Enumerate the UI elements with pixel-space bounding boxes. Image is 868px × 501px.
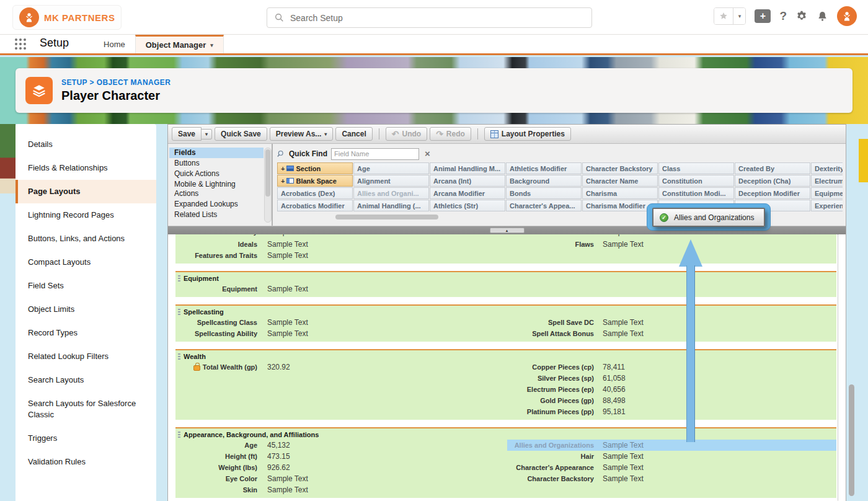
save-dropdown-button[interactable]: ▾ [202,129,212,140]
field-row-equipment[interactable]: EquipmentSample Text [178,283,507,295]
layout-section[interactable]: PersonalitySample TextIdealsSample TextF… [175,234,836,264]
field-row-total-wealth-gp[interactable]: Total Wealth (gp)320.92 [178,361,507,373]
cancel-button[interactable]: Cancel [335,127,372,141]
palette-field-animal-handling-m[interactable]: Animal Handling M... [430,162,505,174]
page-scrollbar-thumb[interactable] [849,384,854,496]
palette-category-buttons[interactable]: Buttons [169,158,264,169]
search-setup-input[interactable] [290,13,584,23]
field-row-age[interactable]: Age45,132 [178,440,507,451]
palette-field-arcana-int[interactable]: Arcana (Int) [430,175,505,187]
field-grid-horizontal-scrollbar[interactable] [335,215,438,219]
field-row-weight-lbs[interactable]: Weight (lbs)926.62 [178,462,507,473]
drag-handle-icon[interactable] [178,353,180,360]
palette-field-athletics-modifier[interactable]: Athletics Modifier [506,162,582,174]
undo-button[interactable]: ↶Undo [386,127,427,141]
layout-section-wealth[interactable]: WealthTotal Wealth (gp)320.92Copper Piec… [175,349,836,420]
palette-field-allies-and-organi[interactable]: Allies and Organi... [353,187,429,199]
palette-field-character-backstory[interactable]: Character Backstory [582,162,658,174]
sidebar-item-compact-layouts[interactable]: Compact Layouts [16,250,156,274]
palette-category-related-lists[interactable]: Related Lists [169,210,264,220]
sidebar-item-details[interactable]: Details [16,133,156,156]
palette-field-acrobatics-modifier[interactable]: Acrobatics Modifier [277,200,353,211]
field-row-spell-save-dc[interactable]: Spell Save DCSample Text [507,317,836,328]
drag-handle-icon[interactable] [178,432,180,438]
section-header[interactable]: Equipment [178,273,836,283]
quick-save-button[interactable]: Quick Save [215,127,267,141]
clear-icon[interactable]: × [423,149,432,158]
avatar[interactable] [837,6,857,26]
palette-field-deception-cha[interactable]: Deception (Cha) [735,175,810,187]
global-search[interactable] [267,7,592,28]
sidebar-item-related-lookup-filters[interactable]: Related Lookup Filters [16,345,156,368]
field-row-gold-pieces-gp[interactable]: Gold Pieces (gp)88,498 [507,395,836,406]
setup-gear-button[interactable] [795,10,808,22]
preview-as-button[interactable]: Preview As...▾ [270,127,334,141]
sidebar-item-triggers[interactable]: Triggers [16,427,156,450]
palette-field-class[interactable]: Class [658,162,734,174]
help-button[interactable]: ? [779,9,787,23]
palette-field-character-name[interactable]: Character Name [582,175,658,187]
palette-field-arcana-modifier[interactable]: Arcana Modifier [430,187,505,199]
drag-handle-icon[interactable] [178,309,180,316]
layout-section-spellcasting[interactable]: SpellcastingSpellcasting ClassSample Tex… [175,304,836,342]
section-header[interactable]: Spellcasting [178,307,836,317]
palette-field-athletics-str[interactable]: Athletics (Str) [430,200,505,211]
field-row-eye-color[interactable]: Eye ColorSample Text [178,473,507,484]
redo-button[interactable]: ↷Redo [430,127,471,141]
favorites-star-button[interactable] [714,8,733,24]
tab-home[interactable]: Home [94,35,135,53]
section-header[interactable]: Appearance, Background, and Affiliations [178,430,836,440]
field-row-platinum-pieces-pp[interactable]: Platinum Pieces (pp)95,181 [507,406,836,417]
sidebar-item-lightning-record-pages[interactable]: Lightning Record Pages [16,203,156,227]
palette-field-bonds[interactable]: Bonds [506,187,582,199]
sidebar-item-search-layouts[interactable]: Search Layouts [16,368,156,392]
sidebar-item-field-sets[interactable]: Field Sets [16,274,156,298]
field-row-character-s-appearance[interactable]: Character's AppearanceSample Text [507,462,836,473]
palette-field-charisma[interactable]: Charisma [582,187,658,199]
save-button[interactable]: Save [172,127,202,141]
palette-field-electrum-p[interactable]: Electrum P [811,175,843,187]
field-row-flaws[interactable]: FlawsSample Text [507,239,836,250]
palette-field-background[interactable]: Background [506,175,582,187]
favorites-caret-button[interactable]: ▾ [733,8,745,24]
layout-section-appearance-background-and-affiliations[interactable]: Appearance, Background, and Affiliations… [175,427,836,498]
palette-field-equipment[interactable]: Equipment [811,187,843,199]
notifications-bell-button[interactable] [817,11,828,22]
layout-properties-button[interactable]: Layout Properties [484,127,571,141]
palette-field-section[interactable]: +Section [277,162,353,174]
sidebar-item-record-types[interactable]: Record Types [16,321,156,345]
sidebar-item-page-layouts[interactable]: Page Layouts [16,180,156,203]
drag-handle-icon[interactable] [178,275,180,282]
scrollbar-thumb[interactable] [265,149,270,197]
sidebar-item-buttons-links-and-actions[interactable]: Buttons, Links, and Actions [16,227,156,250]
drop-placeholder-row[interactable]: Allies and OrganizationsSample Text [507,440,836,451]
quick-create-button[interactable]: + [755,9,771,23]
field-row-electrum-pieces-ep[interactable]: Electrum Pieces (ep)40,656 [507,384,836,395]
tab-object-manager[interactable]: Object Manager▾ [135,35,224,53]
palette-category-fields[interactable]: Fields [169,148,264,158]
section-header[interactable]: Wealth [178,352,836,361]
palette-field-constitution-modi[interactable]: Constitution Modi... [658,187,734,199]
palette-field-character-s-appea[interactable]: Character's Appea... [506,200,582,211]
app-launcher-icon[interactable] [15,38,27,51]
sidebar-item-fields-relationships[interactable]: Fields & Relationships [16,156,156,180]
field-row-hair[interactable]: HairSample Text [507,451,836,462]
sidebar-item-object-limits[interactable]: Object Limits [16,298,156,321]
field-row-spellcasting-ability[interactable]: Spellcasting AbilitySample Text [178,328,507,339]
field-row-features-and-traits[interactable]: Features and TraitsSample Text [178,250,507,261]
palette-category-mobile-lightning-actions[interactable]: Mobile & Lightning Actions [169,179,264,199]
palette-field-created-by[interactable]: Created By [735,162,810,174]
collapse-palette-button[interactable]: ▲ [490,228,525,233]
palette-category-quick-actions[interactable]: Quick Actions [169,169,264,179]
quick-find-input[interactable] [331,148,419,160]
palette-field-dexterity-m[interactable]: Dexterity M [811,162,843,174]
field-row-skin[interactable]: SkinSample Text [178,484,507,495]
palette-field-animal-handling[interactable]: Animal Handling (... [353,200,429,211]
org-logo[interactable]: MK PARTNERS [12,5,122,30]
field-row-character-backstory[interactable]: Character BackstorySample Text [507,473,836,484]
palette-field-age[interactable]: Age [353,162,429,174]
palette-field-acrobatics-dex[interactable]: Acrobatics (Dex) [277,187,353,199]
palette-field-experienc[interactable]: Experienc [811,200,843,211]
field-row-height-ft[interactable]: Height (ft)473.15 [178,451,507,462]
field-row-spell-attack-bonus[interactable]: Spell Attack BonusSample Text [507,328,836,339]
